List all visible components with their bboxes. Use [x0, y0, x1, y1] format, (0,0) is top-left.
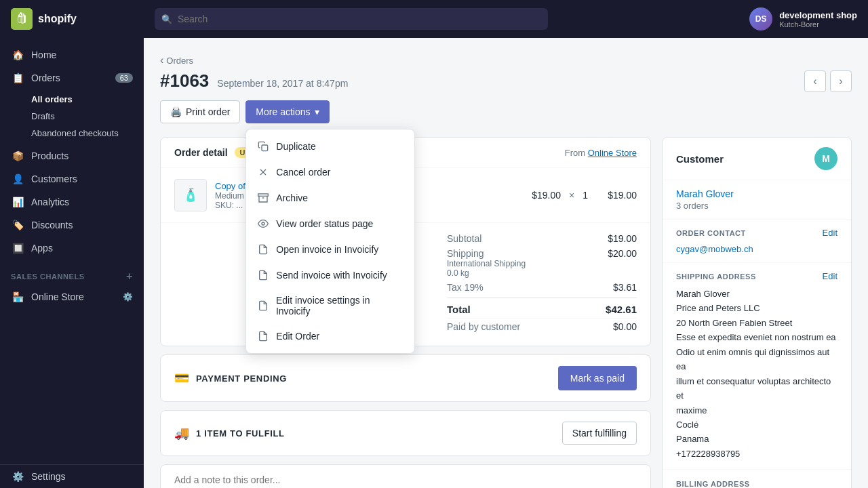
contact-edit-link[interactable]: Edit — [823, 228, 837, 238]
sidebar-home-label: Home — [31, 49, 56, 60]
apps-icon: 🔲 — [11, 243, 24, 253]
subtotal-row: Subtotal $19.00 — [447, 231, 637, 246]
customer-title: Customer — [676, 153, 724, 165]
products-icon: 📦 — [11, 150, 24, 161]
shopify-logo-icon — [11, 8, 33, 30]
order-item-multiply: × — [569, 190, 574, 201]
next-order-button[interactable]: › — [830, 70, 852, 92]
sidebar-item-orders[interactable]: 📋 Orders 63 — [0, 66, 144, 89]
truck-icon: 🚚 — [174, 426, 189, 441]
sidebar-customers-label: Customers — [31, 174, 77, 184]
sidebar-item-drafts[interactable]: Drafts — [31, 108, 144, 125]
paid-row: Paid by customer $0.00 — [447, 318, 637, 335]
customers-icon: 👤 — [11, 174, 24, 184]
customer-card: Customer M Marah Glover 3 orders ORDER C… — [662, 137, 852, 488]
sidebar-section-sales-channels: SALES CHANNELS + — [0, 260, 144, 285]
orders-icon: 📋 — [11, 73, 24, 83]
topbar-search-wrap: 🔍 — [155, 8, 548, 30]
store-name: development shop — [779, 10, 857, 20]
tax-row: Tax 19% $3.61 — [447, 280, 637, 295]
sidebar-products-label: Products — [31, 150, 68, 161]
logo: shopify — [11, 8, 146, 30]
more-actions-wrapper: More actions ▾ Duplicate Cancel order — [245, 100, 329, 123]
discounts-icon: 🏷️ — [11, 220, 24, 230]
dropdown-item-edit-order[interactable]: Edit Order — [246, 323, 414, 349]
sidebar-item-customers[interactable]: 👤 Customers — [0, 167, 144, 190]
sidebar-item-abandoned[interactable]: Abandoned checkouts — [31, 125, 144, 142]
sidebar-item-analytics[interactable]: 📊 Analytics — [0, 190, 144, 214]
svg-rect-0 — [262, 145, 268, 151]
dropdown-item-open-invoice[interactable]: Open invoice in Invoicify — [246, 237, 414, 262]
customer-name-link[interactable]: Marah Glover — [676, 188, 837, 199]
prev-order-button[interactable]: ‹ — [804, 70, 826, 92]
page-title: #1063 — [160, 70, 209, 92]
svg-point-5 — [262, 222, 264, 225]
sidebar-item-discounts[interactable]: 🏷️ Discounts — [0, 214, 144, 237]
order-date: September 18, 2017 at 8:47pm — [217, 78, 348, 89]
order-source: From Online Store — [565, 148, 637, 158]
edit-invoice-settings-label: Edit invoice settings in Invoicify — [276, 295, 403, 317]
customer-avatar: M — [814, 147, 837, 170]
customer-orders-count: 3 orders — [676, 201, 837, 211]
breadcrumb[interactable]: ‹ Orders — [160, 54, 852, 66]
store-avatar: DS — [749, 7, 772, 30]
payment-pending-card: 💳 PAYMENT PENDING Mark as paid — [160, 354, 651, 402]
dropdown-item-archive[interactable]: Archive — [246, 185, 414, 211]
dropdown-item-send-invoice[interactable]: Send invoice with Invoicify — [246, 262, 414, 288]
sidebar-discounts-label: Discounts — [31, 220, 73, 230]
payment-pending-label: PAYMENT PENDING — [196, 373, 287, 384]
sidebar-item-online-store[interactable]: 🏪 Online Store ⚙️ — [0, 285, 144, 308]
order-contact-title: ORDER CONTACT — [676, 229, 746, 237]
cancel-order-label: Cancel order — [276, 167, 330, 178]
order-detail-title: Order detail — [174, 147, 228, 158]
total-row: Total $42.61 — [447, 298, 637, 318]
order-item-total: $19.00 — [596, 190, 637, 201]
search-input[interactable] — [155, 8, 548, 30]
fulfill-label: 1 ITEM TO FULFILL — [196, 428, 285, 439]
view-status-label: View order status page — [276, 218, 373, 229]
sidebar-item-settings[interactable]: ⚙️ Settings — [0, 464, 144, 488]
print-order-button[interactable]: 🖨️ Print order — [160, 100, 240, 123]
cancel-icon — [257, 166, 269, 178]
sidebar-item-products[interactable]: 📦 Products — [0, 144, 144, 167]
sidebar-item-home[interactable]: 🏠 Home — [0, 43, 144, 66]
sidebar-item-apps[interactable]: 🔲 Apps — [0, 237, 144, 260]
sidebar-item-all-orders[interactable]: All orders — [31, 91, 144, 108]
breadcrumb-label: Orders — [166, 56, 193, 66]
dropdown-item-edit-invoice-settings[interactable]: Edit invoice settings in Invoicify — [246, 288, 414, 323]
home-icon: 🏠 — [11, 49, 24, 60]
edit-order-label: Edit Order — [276, 331, 319, 342]
dropdown-item-cancel[interactable]: Cancel order — [246, 159, 414, 185]
more-actions-button[interactable]: More actions ▾ — [245, 100, 329, 123]
dropdown-item-duplicate[interactable]: Duplicate — [246, 134, 414, 159]
from-store-link[interactable]: Online Store — [588, 148, 637, 158]
order-contact-section: ORDER CONTACT Edit cygav@mobweb.ch — [663, 220, 851, 262]
sidebar-orders-label: Orders — [31, 73, 60, 83]
print-order-label: Print order — [186, 106, 230, 117]
online-store-icon: 🏪 — [11, 291, 24, 302]
note-card — [160, 464, 651, 488]
send-invoice-icon — [257, 269, 269, 281]
start-fulfilling-button[interactable]: Start fulfilling — [562, 422, 637, 445]
send-invoice-label: Send invoice with Invoicify — [276, 270, 387, 281]
online-store-label: Online Store — [31, 291, 84, 302]
print-icon: 🖨️ — [170, 106, 182, 117]
dropdown-item-view-status[interactable]: View order status page — [246, 211, 414, 237]
order-item-price: $19.00 — [532, 190, 561, 201]
more-actions-label: More actions — [256, 106, 310, 117]
chevron-down-icon: ▾ — [315, 106, 319, 117]
add-channel-icon[interactable]: + — [126, 270, 133, 283]
shipping-edit-link[interactable]: Edit — [823, 271, 837, 281]
mark-as-paid-button[interactable]: Mark as paid — [558, 366, 637, 390]
store-info: DS development shop Kutch-Borer — [749, 7, 857, 30]
sidebar-analytics-label: Analytics — [31, 197, 69, 207]
duplicate-icon — [257, 140, 269, 152]
shipping-address: Marah Glover Price and Peters LLC 20 Nor… — [676, 287, 837, 461]
sidebar-apps-label: Apps — [31, 243, 53, 253]
logo-text: shopify — [38, 13, 77, 25]
customer-email[interactable]: cygav@mobweb.ch — [676, 244, 753, 254]
product-thumbnail: 🧴 — [174, 179, 207, 211]
note-textarea[interactable] — [161, 465, 650, 488]
edit-invoice-settings-icon — [257, 300, 269, 312]
shipping-row: Shipping International Shipping 0.0 kg $… — [447, 246, 637, 280]
